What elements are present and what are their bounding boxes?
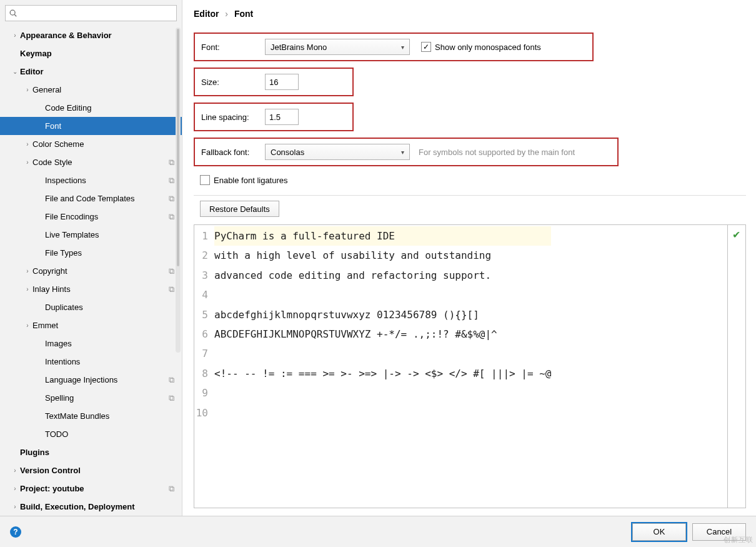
sidebar-item-textmate-bundles[interactable]: TextMate Bundles (0, 407, 182, 425)
chevron-right-icon: › (22, 322, 32, 329)
font-preview: 12345678910 PyCharm is a full-featured I… (194, 224, 746, 508)
sidebar-item-label: Font (45, 121, 182, 131)
line-number: 5 (194, 305, 208, 324)
scrollbar-thumb[interactable] (177, 29, 179, 266)
breadcrumb-2: Font (234, 9, 253, 19)
highlight-spacing-row: Line spacing: (194, 103, 354, 131)
chevron-right-icon: › (10, 503, 20, 510)
line-number: 7 (194, 344, 208, 363)
help-icon[interactable]: ? (10, 526, 21, 538)
sidebar-item-version-control[interactable]: ›Version Control (0, 461, 182, 479)
sidebar-item-file-and-code-templates[interactable]: File and Code Templates⧉ (0, 189, 182, 208)
line-number: 8 (194, 364, 208, 383)
breadcrumb: Editor › Font (194, 9, 746, 19)
preview-code: PyCharm is a full-featured IDEwith a hig… (211, 225, 551, 508)
chevron-right-icon: › (22, 141, 32, 148)
spacing-label: Line spacing: (201, 113, 265, 122)
ligatures-checkbox[interactable]: Enable font ligatures (200, 175, 288, 185)
copy-icon: ⧉ (169, 375, 174, 385)
chevron-right-icon: › (22, 268, 32, 274)
line-number: 2 (194, 246, 208, 265)
size-input[interactable] (265, 74, 299, 90)
sidebar-item-spelling[interactable]: Spelling⧉ (0, 389, 182, 407)
sidebar-item-label: Appearance & Behavior (20, 31, 182, 40)
sidebar-item-build-execution-deployment[interactable]: ›Build, Execution, Deployment (0, 498, 182, 516)
sidebar-item-editor[interactable]: ⌄Editor (0, 63, 182, 81)
sidebar-item-images[interactable]: Images (0, 334, 182, 353)
chevron-right-icon: › (22, 86, 32, 93)
sidebar-item-label: Images (45, 339, 182, 348)
chevron-down-icon: ⌄ (10, 68, 20, 75)
line-number: 4 (194, 285, 208, 304)
sidebar-item-label: Editor (20, 67, 182, 76)
fallback-dropdown[interactable]: Consolas ▾ (265, 144, 410, 160)
sidebar-item-keymap[interactable]: Keymap (0, 44, 182, 63)
sidebar-item-inspections[interactable]: Inspections⧉ (0, 171, 182, 189)
check-ok-icon: ✔ (732, 229, 740, 241)
preview-line: ABCDEFGHIJKLMNOPQRSTUVWXYZ +-*/= .,;:!? … (214, 324, 551, 344)
sidebar-item-language-injections[interactable]: Language Injections⧉ (0, 371, 182, 389)
ligatures-label: Enable font ligatures (214, 176, 288, 185)
fallback-dropdown-value: Consolas (271, 148, 401, 157)
dialog-footer: ? OK Cancel (0, 516, 756, 547)
line-number: 9 (194, 383, 208, 403)
chevron-right-icon: › (10, 485, 20, 492)
preview-line (214, 383, 551, 403)
highlight-size-row: Size: (194, 68, 354, 96)
sidebar-item-general[interactable]: ›General (0, 81, 182, 99)
sidebar-item-copyright[interactable]: ›Copyright⧉ (0, 262, 182, 280)
sidebar-item-plugins[interactable]: Plugins (0, 443, 182, 461)
sidebar-item-color-scheme[interactable]: ›Color Scheme (0, 135, 182, 153)
chevron-right-icon: › (10, 467, 20, 474)
preview-line: abcdefghijklmnopqrstuvwxyz 0123456789 ()… (214, 305, 551, 324)
font-dropdown-value: JetBrains Mono (271, 43, 401, 52)
settings-tree[interactable]: ›Appearance & BehaviorKeymap⌄Editor›Gene… (0, 26, 182, 516)
sidebar-item-appearance-behavior[interactable]: ›Appearance & Behavior (0, 26, 182, 44)
preview-gutter: 12345678910 (194, 225, 211, 508)
copy-icon: ⧉ (169, 158, 174, 168)
scrollbar[interactable] (176, 28, 181, 353)
sidebar-item-duplicates[interactable]: Duplicates (0, 298, 182, 316)
chevron-down-icon: ▾ (401, 149, 404, 156)
copy-icon: ⧉ (169, 284, 174, 294)
sidebar-item-file-types[interactable]: File Types (0, 244, 182, 262)
show-monospaced-label: Show only monospaced fonts (435, 43, 541, 52)
restore-defaults-button[interactable]: Restore Defaults (200, 201, 279, 217)
font-dropdown[interactable]: JetBrains Mono ▾ (265, 39, 410, 55)
sidebar-item-todo[interactable]: TODO (0, 425, 182, 443)
sidebar-item-label: TODO (45, 429, 182, 439)
cancel-button[interactable]: Cancel (692, 523, 746, 541)
copy-icon: ⧉ (169, 194, 174, 204)
sidebar-item-emmet[interactable]: ›Emmet (0, 316, 182, 334)
sidebar-item-inlay-hints[interactable]: ›Inlay Hints⧉ (0, 280, 182, 298)
copy-icon: ⧉ (169, 266, 174, 276)
sidebar-item-label: Emmet (32, 321, 182, 330)
sidebar-item-intentions[interactable]: Intentions (0, 353, 182, 371)
chevron-right-icon: › (10, 32, 20, 39)
copy-icon: ⧉ (169, 393, 174, 403)
sidebar-item-label: Inspections (45, 176, 169, 185)
divider (194, 195, 746, 196)
spacing-input[interactable] (265, 109, 299, 125)
sidebar-item-label: Live Templates (45, 230, 182, 239)
preview-right-divider (727, 225, 728, 508)
sidebar-item-project-youtube[interactable]: ›Project: youtube⧉ (0, 479, 182, 498)
checkbox-icon: ✓ (421, 42, 431, 52)
sidebar-item-live-templates[interactable]: Live Templates (0, 226, 182, 244)
sidebar-item-code-editing[interactable]: Code Editing (0, 99, 182, 117)
font-label: Font: (201, 43, 265, 52)
chevron-right-icon: › (22, 286, 32, 293)
show-monospaced-checkbox[interactable]: ✓ Show only monospaced fonts (421, 42, 541, 52)
search-input[interactable] (5, 5, 177, 21)
sidebar-item-file-encodings[interactable]: File Encodings⧉ (0, 208, 182, 226)
sidebar-item-label: General (32, 85, 182, 94)
breadcrumb-1: Editor (194, 9, 219, 19)
sidebar-item-label: TextMate Bundles (45, 411, 182, 421)
sidebar-item-font[interactable]: Font (0, 117, 182, 135)
sidebar-item-label: Code Style (32, 158, 169, 167)
chevron-right-icon: › (225, 9, 228, 19)
ok-button[interactable]: OK (632, 523, 686, 541)
settings-sidebar: ›Appearance & BehaviorKeymap⌄Editor›Gene… (0, 0, 182, 516)
sidebar-item-label: File Types (45, 248, 182, 258)
sidebar-item-code-style[interactable]: ›Code Style⧉ (0, 153, 182, 171)
